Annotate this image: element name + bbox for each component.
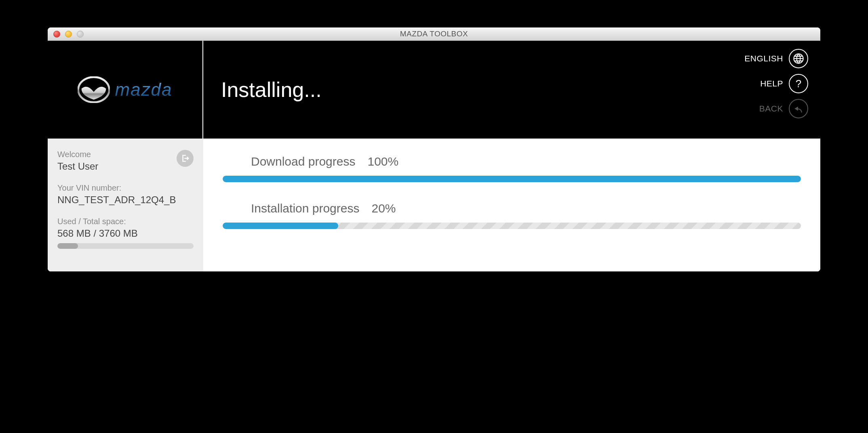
app-content: mazda Installing... ENGLISH (48, 41, 820, 271)
titlebar: MAZDA TOOLBOX (48, 27, 820, 41)
install-progress-section: Installation progress 20% (223, 202, 801, 229)
download-progress-header: Download progress 100% (223, 155, 801, 168)
vin-label: Your VIN number: (57, 183, 194, 193)
space-value: 568 MB / 3760 MB (57, 228, 194, 239)
back-button: BACK (759, 99, 808, 118)
install-progress-header: Installation progress 20% (223, 202, 801, 215)
page-title: Installing... (221, 78, 322, 102)
sidebar-welcome: Welcome Test User (57, 150, 194, 172)
question-icon: ? (789, 74, 808, 93)
close-window-button[interactable] (53, 31, 60, 38)
maximize-window-button[interactable] (77, 31, 84, 38)
welcome-label: Welcome (57, 150, 98, 159)
traffic-lights (48, 31, 84, 38)
language-label: ENGLISH (744, 54, 783, 63)
install-progress-fill (223, 223, 338, 229)
window-title: MAZDA TOOLBOX (48, 29, 820, 38)
install-progress-percent: 20% (371, 202, 396, 215)
install-progress-label: Installation progress (251, 202, 359, 215)
help-label: HELP (760, 79, 783, 88)
header-actions: ENGLISH HELP ? (744, 49, 808, 118)
storage-fill (57, 243, 78, 249)
mazda-logo: mazda (78, 76, 172, 103)
space-label: Used / Total space: (57, 217, 194, 226)
header-band: mazda Installing... ENGLISH (48, 41, 820, 139)
minimize-window-button[interactable] (65, 31, 72, 38)
storage-bar (57, 243, 194, 249)
sidebar: Welcome Test User Your VIN number: NNG_T… (48, 139, 203, 271)
download-progress-label: Download progress (251, 155, 355, 168)
install-progress-bar (223, 223, 801, 229)
user-name: Test User (57, 161, 98, 172)
vin-value: NNG_TEST_ADR_12Q4_B (57, 194, 194, 206)
help-button[interactable]: HELP ? (760, 74, 808, 93)
globe-icon (789, 49, 808, 68)
download-progress-bar (223, 176, 801, 182)
sidebar-vin: Your VIN number: NNG_TEST_ADR_12Q4_B (57, 183, 194, 206)
logout-button[interactable] (177, 150, 194, 167)
mazda-wordmark: mazda (115, 80, 172, 100)
logout-icon (181, 154, 190, 163)
download-progress-section: Download progress 100% (223, 155, 801, 182)
download-progress-percent: 100% (367, 155, 398, 168)
app-window: MAZDA TOOLBOX (48, 27, 820, 271)
logo-area: mazda (48, 41, 203, 139)
reply-arrow-icon (789, 99, 808, 118)
lower-content: Welcome Test User Your VIN number: NNG_T… (48, 139, 820, 271)
sidebar-space: Used / Total space: 568 MB / 3760 MB (57, 217, 194, 249)
download-progress-fill (223, 176, 801, 182)
back-label: BACK (759, 104, 783, 114)
main-panel: Download progress 100% Installation prog… (203, 139, 820, 271)
language-button[interactable]: ENGLISH (744, 49, 808, 68)
mazda-emblem-icon (78, 76, 110, 103)
header-main: Installing... ENGLISH HELP (203, 41, 820, 139)
